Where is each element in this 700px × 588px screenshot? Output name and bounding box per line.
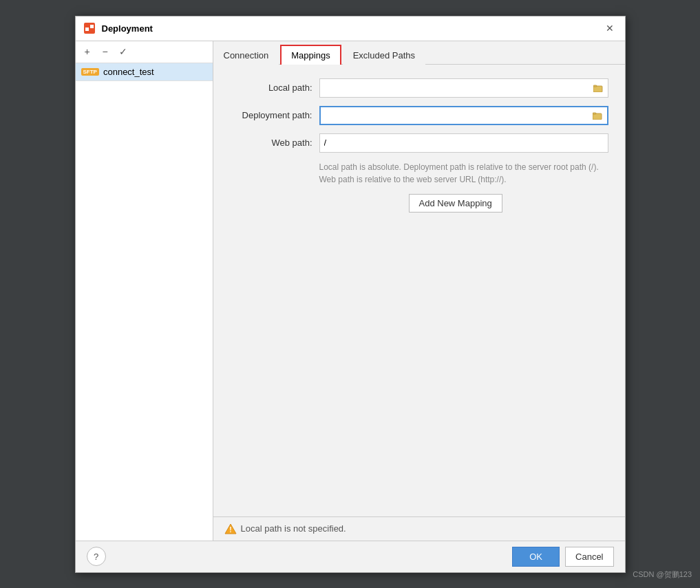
apply-server-button[interactable]: ✓ [116,44,131,59]
svg-rect-6 [593,113,596,114]
info-text: Local path is absolute. Deployment path … [319,161,608,186]
web-path-input-wrap [319,133,608,153]
local-path-label: Local path: [230,83,312,93]
sidebar: + − ✓ SFTP connect_test [76,41,213,541]
svg-rect-1 [85,28,89,31]
cancel-button[interactable]: Cancel [565,547,613,567]
deployment-path-row: Deployment path: [230,106,608,125]
local-path-input-wrap [319,78,608,98]
server-item-label: connect_test [103,67,154,77]
warning-text: Local path is not specified. [241,523,346,534]
ok-button[interactable]: OK [512,547,560,567]
form-area: Local path: D [213,65,625,516]
tab-connection[interactable]: Connection [213,45,279,65]
dialog-footer: ? OK Cancel [76,541,625,572]
deployment-path-label: Deployment path: [230,110,312,120]
warning-row: ! Local path is not specified. [224,523,614,535]
deployment-path-input[interactable] [321,107,588,124]
dialog-title: Deployment [102,23,596,34]
deployment-path-input-wrap [319,106,608,125]
tab-excluded-paths[interactable]: Excluded Paths [343,45,425,65]
svg-text:!: ! [229,526,231,534]
close-button[interactable]: ✕ [602,20,618,36]
warning-icon: ! [224,523,237,535]
server-item[interactable]: SFTP connect_test [76,63,213,81]
help-button[interactable]: ? [87,547,106,566]
add-server-button[interactable]: + [80,44,95,59]
app-icon [83,21,96,35]
info-line-1: Local path is absolute. Deployment path … [319,161,608,173]
deployment-dialog: Deployment ✕ + − ✓ SFTP connect_test Con… [75,16,626,573]
svg-rect-4 [593,85,597,87]
sidebar-toolbar: + − ✓ [76,41,213,63]
add-new-mapping-button[interactable]: Add New Mapping [409,194,502,213]
remove-server-button[interactable]: − [98,44,113,59]
svg-rect-2 [90,25,94,28]
watermark: CSDN @贺鹏123 [633,569,692,580]
info-line-2: Web path is relative to the web server U… [319,173,608,186]
add-mapping-button-wrap: Add New Mapping [319,194,608,213]
title-bar: Deployment ✕ [76,17,625,41]
web-path-label: Web path: [230,138,312,148]
warning-bar: ! Local path is not specified. [213,516,625,541]
content-area: + − ✓ SFTP connect_test Connection Mappi… [76,41,625,541]
web-path-input[interactable] [320,134,608,152]
deployment-path-browse-button[interactable] [588,107,607,124]
local-path-row: Local path: [230,78,608,98]
main-panel: Connection Mappings Excluded Paths Local… [213,41,625,541]
sftp-badge: SFTP [81,68,99,76]
local-path-browse-button[interactable] [588,79,608,97]
web-path-row: Web path: [230,133,608,153]
local-path-input[interactable] [320,79,588,97]
tabs: Connection Mappings Excluded Paths [213,41,625,65]
tab-mappings[interactable]: Mappings [280,45,341,65]
